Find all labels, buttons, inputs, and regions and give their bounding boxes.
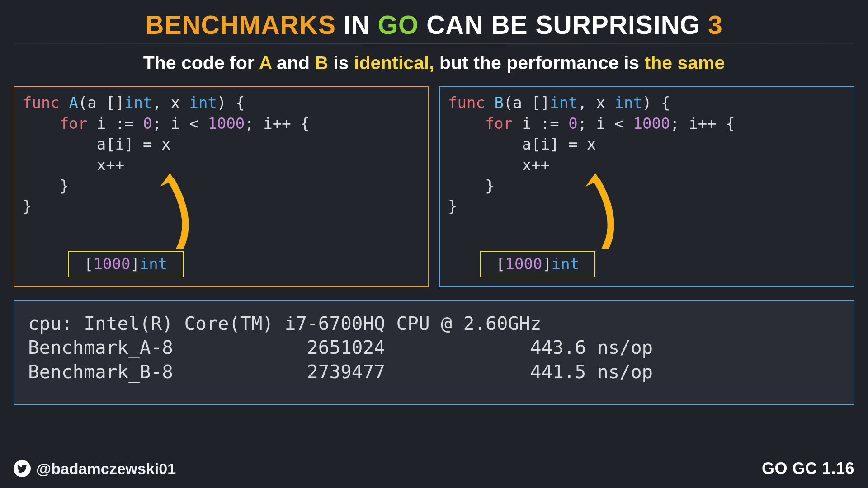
code-panels: func A(a []int, x int) { for i := 0; i <…	[14, 86, 854, 287]
version-label: GO GC 1.16	[762, 459, 854, 478]
type-badge-b: [1000]int	[480, 251, 595, 277]
twitter-handle: @badamczewski01	[14, 460, 176, 478]
twitter-icon	[14, 460, 31, 477]
divider	[14, 43, 854, 44]
title-word-in: IN	[344, 10, 370, 39]
title-number: 3	[708, 10, 723, 39]
twitter-handle-text: @badamczewski01	[36, 460, 176, 478]
title-word-benchmarks: BENCHMARKS	[145, 10, 336, 39]
arrow-icon	[155, 171, 200, 249]
bench-row-b: Benchmark_B-8 2739477 441.5 ns/op	[28, 361, 653, 383]
subtitle: The code for A and B is identical, but t…	[0, 52, 868, 74]
code-panel-a: func A(a []int, x int) { for i := 0; i <…	[14, 86, 429, 287]
footer: @badamczewski01 GO GC 1.16	[14, 459, 854, 478]
benchmark-output: cpu: Intel(R) Core(TM) i7-6700HQ CPU @ 2…	[14, 300, 854, 405]
bench-row-a: Benchmark_A-8 2651024 443.6 ns/op	[28, 337, 653, 358]
type-badge-a: [1000]int	[68, 251, 184, 277]
arrow-icon	[580, 171, 625, 249]
title-word-go: GO	[378, 10, 419, 39]
bench-cpu-line: cpu: Intel(R) Core(TM) i7-6700HQ CPU @ 2…	[28, 313, 541, 334]
title-word-rest: CAN BE SURPRISING	[426, 10, 700, 39]
slide-title: BENCHMARKS IN GO CAN BE SURPRISING 3	[0, 0, 868, 43]
code-panel-b: func B(a []int, x int) { for i := 0; i <…	[439, 86, 854, 287]
